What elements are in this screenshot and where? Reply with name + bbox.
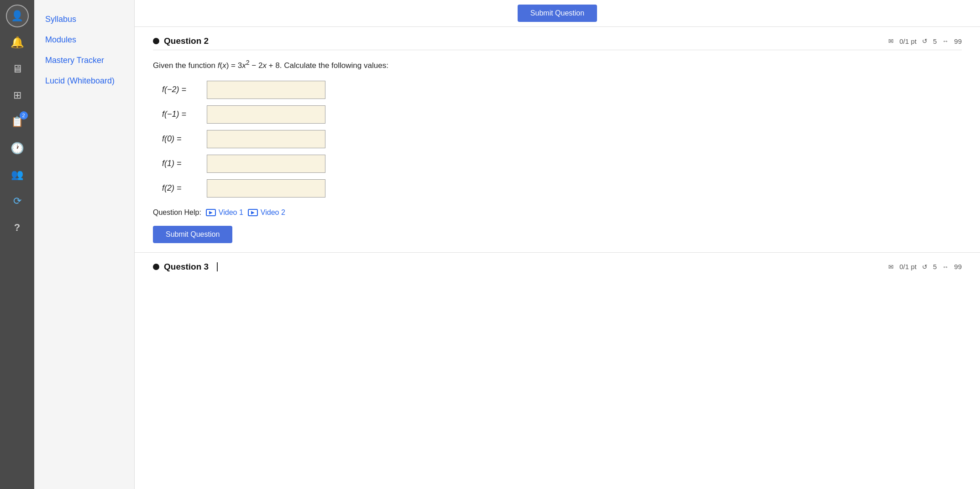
- nav-item-mastery-tracker[interactable]: Mastery Tracker: [34, 50, 134, 71]
- question-3-retries: 5: [933, 263, 937, 271]
- sidebar-icon-help[interactable]: ?: [6, 216, 29, 239]
- function-input-neg1[interactable]: [207, 105, 325, 124]
- question-3-title: Question 3: [153, 262, 218, 272]
- function-input-two[interactable]: [207, 179, 325, 198]
- nav-item-syllabus[interactable]: Syllabus: [34, 9, 134, 30]
- sidebar-icon-loop[interactable]: ⟳: [6, 190, 29, 213]
- submissions-icon: ↔: [942, 37, 949, 45]
- q3-submissions-icon: ↔: [942, 263, 949, 271]
- video2-link[interactable]: ▶ Video 2: [248, 208, 285, 217]
- function-label-one: f(1) =: [162, 159, 203, 168]
- question-3-score: 0/1 pt: [899, 263, 917, 271]
- question-3-submissions: 99: [954, 263, 962, 271]
- sidebar-icon-monitor[interactable]: 🖥: [6, 57, 29, 80]
- sidebar-icon-grid[interactable]: ⊞: [6, 84, 29, 107]
- function-row-one: f(1) =: [162, 155, 962, 173]
- user-icon: 👤: [11, 10, 23, 22]
- monitor-icon: 🖥: [12, 62, 23, 75]
- question-3-label: Question 3: [164, 262, 209, 272]
- function-input-neg2[interactable]: [207, 81, 325, 99]
- grid-icon: ⊞: [13, 89, 21, 101]
- sidebar-icon-people[interactable]: 👥: [6, 163, 29, 186]
- play-icon-1: ▶: [206, 209, 216, 216]
- q3-retry-icon: ↺: [922, 263, 928, 271]
- nav-item-modules[interactable]: Modules: [34, 30, 134, 50]
- function-label-neg1: f(−1) =: [162, 109, 203, 119]
- nav-panel: Syllabus Modules Mastery Tracker Lucid (…: [34, 0, 135, 489]
- question-3-dot: [153, 264, 159, 270]
- text-cursor: [217, 262, 218, 271]
- sidebar-icon-assignments[interactable]: 📋 2: [6, 110, 29, 133]
- clock-icon: 🕐: [10, 142, 24, 155]
- sidebar-icon-notifications[interactable]: 🔔: [6, 31, 29, 54]
- bell-icon: 🔔: [10, 36, 24, 49]
- question-2-score: 0/1 pt: [899, 37, 917, 45]
- top-submit-area: Submit Question: [135, 0, 980, 27]
- video1-link[interactable]: ▶ Video 1: [206, 208, 243, 217]
- assignments-badge: 2: [20, 111, 28, 120]
- question-2-title: Question 2: [153, 36, 209, 46]
- submit-question-button[interactable]: Submit Question: [153, 226, 232, 243]
- sidebar-icon-user[interactable]: 👤: [6, 5, 29, 27]
- sidebar-icon-clock[interactable]: 🕐: [6, 137, 29, 160]
- sidebar: 👤 🔔 🖥 ⊞ 📋 2 🕐 👥 ⟳ ?: [0, 0, 34, 489]
- question-2-submissions: 99: [954, 37, 962, 45]
- top-submit-button[interactable]: Submit Question: [518, 5, 597, 22]
- question-2-dot: [153, 38, 159, 44]
- question-2-body: Given the function f(x) = 3x2 − 2x + 8. …: [153, 57, 962, 72]
- loop-icon: ⟳: [13, 195, 21, 207]
- question-2-header: Question 2 ✉ 0/1 pt ↺ 5 ↔ 99: [153, 36, 962, 46]
- score-icon: ✉: [888, 37, 894, 45]
- function-label-neg2: f(−2) =: [162, 85, 203, 94]
- retry-icon: ↺: [922, 37, 928, 45]
- function-row-neg2: f(−2) =: [162, 81, 962, 99]
- question-2-meta: ✉ 0/1 pt ↺ 5 ↔ 99: [888, 37, 962, 45]
- video1-label: Video 1: [219, 208, 243, 217]
- main-content: Submit Question Question 2 ✉ 0/1 pt ↺ 5 …: [135, 0, 980, 489]
- function-row-two: f(2) =: [162, 179, 962, 198]
- q3-score-icon: ✉: [888, 263, 894, 271]
- question-2-section: Question 2 ✉ 0/1 pt ↺ 5 ↔ 99 Given the f…: [135, 27, 980, 253]
- question-3-section: Question 3 ✉ 0/1 pt ↺ 5 ↔ 99: [135, 253, 980, 281]
- function-label-zero: f(0) =: [162, 134, 203, 144]
- question-3-meta: ✉ 0/1 pt ↺ 5 ↔ 99: [888, 263, 962, 271]
- play-icon-2: ▶: [248, 209, 258, 216]
- question-help: Question Help: ▶ Video 1 ▶ Video 2: [153, 208, 962, 217]
- function-row-zero: f(0) =: [162, 130, 962, 148]
- function-input-zero[interactable]: [207, 130, 325, 148]
- help-icon: ?: [14, 222, 20, 234]
- question-2-label: Question 2: [164, 36, 209, 46]
- function-row-neg1: f(−1) =: [162, 105, 962, 124]
- question-2-retries: 5: [933, 37, 937, 45]
- people-icon: 👥: [11, 169, 23, 181]
- nav-item-lucid-whiteboard[interactable]: Lucid (Whiteboard): [34, 71, 134, 91]
- video2-label: Video 2: [261, 208, 285, 217]
- question-3-header: Question 3 ✉ 0/1 pt ↺ 5 ↔ 99: [153, 262, 962, 272]
- question-help-label: Question Help:: [153, 208, 201, 217]
- question-2-divider: [153, 50, 962, 50]
- function-label-two: f(2) =: [162, 183, 203, 193]
- function-inputs: f(−2) = f(−1) = f(0) = f(1) = f(2) =: [162, 81, 962, 198]
- function-input-one[interactable]: [207, 155, 325, 173]
